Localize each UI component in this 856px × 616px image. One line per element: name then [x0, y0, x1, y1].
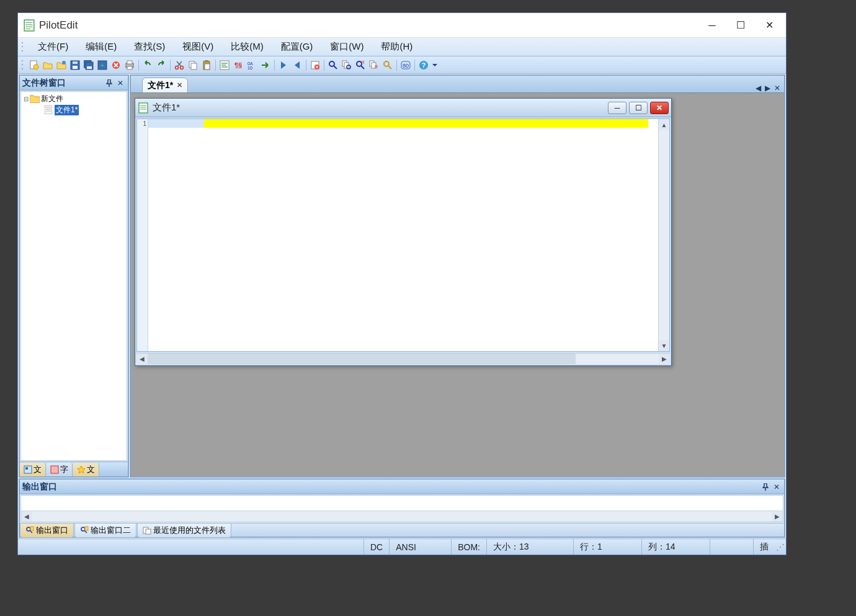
find-regex-icon[interactable] — [381, 59, 394, 71]
goto-icon[interactable] — [259, 59, 272, 71]
sidebar-tab-1[interactable]: 文 — [20, 463, 46, 476]
svg-rect-63 — [146, 529, 151, 534]
find-icon[interactable] — [327, 59, 339, 71]
print-icon[interactable] — [123, 59, 136, 71]
prev-icon[interactable] — [291, 59, 303, 71]
pin-icon[interactable] — [104, 78, 114, 88]
find-files-icon[interactable] — [341, 59, 353, 71]
svg-rect-52 — [25, 467, 28, 470]
child-maximize-button[interactable]: ☐ — [629, 102, 648, 114]
menu-edit[interactable]: 编辑(E) — [77, 38, 125, 55]
line-gutter: 1 — [137, 119, 148, 351]
toolbar-grip[interactable] — [20, 59, 25, 71]
file-tree-header[interactable]: 文件树窗口 ✕ — [20, 76, 128, 91]
svg-rect-59 — [30, 527, 33, 530]
editor-hscroll[interactable]: ◀ ▶ — [136, 353, 670, 364]
output-panel: 输出窗口 ✕ ◀ ▶ 输出窗口 输出窗口二 最近使用的文件列表 — [19, 478, 785, 538]
replace-icon[interactable]: R — [354, 59, 367, 71]
close-file-icon[interactable] — [110, 59, 122, 71]
status-dc[interactable]: DC — [363, 539, 389, 555]
menubar: 文件(F) 编辑(E) 查找(S) 视图(V) 比较(M) 配置(G) 窗口(W… — [18, 38, 786, 56]
redo-icon[interactable] — [155, 59, 167, 71]
minimize-button[interactable]: ─ — [698, 16, 726, 35]
output-tab-2[interactable]: 输出窗口二 — [74, 523, 136, 537]
text-area[interactable] — [148, 119, 658, 351]
output-pin-icon[interactable] — [760, 482, 770, 492]
show-special-icon[interactable]: ¶§ — [232, 59, 244, 71]
document-tab-1[interactable]: 文件1* ✕ — [142, 78, 188, 92]
menu-compare[interactable]: 比较(M) — [222, 38, 272, 55]
copy-icon[interactable] — [187, 59, 199, 71]
editor-vscroll[interactable]: ▲ ▼ — [658, 119, 669, 351]
svg-text:?: ? — [422, 61, 426, 69]
tree-file-1[interactable]: 文件1* — [22, 104, 125, 115]
tab-close-icon[interactable]: ✕ — [177, 81, 182, 89]
output-scroll-right-icon[interactable]: ▶ — [772, 511, 783, 522]
tree-folder-root[interactable]: ⊟ 新文件 — [22, 93, 125, 104]
output-close-icon[interactable]: ✕ — [772, 482, 782, 492]
maximize-button[interactable]: ☐ — [726, 16, 755, 35]
collapse-icon[interactable]: ⊟ — [22, 96, 30, 102]
hscroll-thumb[interactable] — [148, 354, 576, 364]
save-all-icon[interactable] — [82, 59, 95, 71]
current-line-highlight — [148, 119, 648, 128]
svg-rect-26 — [205, 64, 210, 69]
output-tabs: 输出窗口 输出窗口二 最近使用的文件列表 — [20, 523, 784, 537]
sidebar-tab-2[interactable]: 字 — [47, 463, 73, 476]
resize-grip-icon[interactable]: ⋰ — [775, 542, 786, 552]
menu-help[interactable]: 帮助(H) — [372, 38, 421, 55]
help-icon[interactable]: ? — [417, 59, 430, 71]
output-scroll-left-icon[interactable]: ◀ — [21, 511, 32, 522]
sidebar-tab-3[interactable]: 文 — [73, 463, 99, 476]
undo-icon[interactable] — [141, 59, 154, 71]
menu-config[interactable]: 配置(G) — [272, 38, 322, 55]
child-titlebar[interactable]: 文件1* ─ ☐ ✕ — [135, 99, 671, 117]
output-header[interactable]: 输出窗口 ✕ — [20, 480, 784, 494]
replace-files-icon[interactable]: R — [368, 59, 380, 71]
menu-search[interactable]: 查找(S) — [125, 38, 174, 55]
open-icon[interactable] — [42, 59, 54, 71]
svg-point-42 — [384, 61, 389, 66]
paste-icon[interactable] — [200, 59, 213, 71]
mdi-area[interactable]: 文件1* ─ ☐ ✕ 1 ▲ — [131, 93, 784, 476]
status-insert[interactable]: 插 — [753, 539, 775, 555]
menubar-grip[interactable] — [20, 41, 25, 53]
tab-close-all-icon[interactable]: ✕ — [773, 84, 782, 92]
scroll-right-icon[interactable]: ▶ — [659, 354, 670, 364]
output-hscroll[interactable]: ◀ ▶ — [21, 511, 783, 522]
menu-file[interactable]: 文件(F) — [29, 38, 77, 55]
output-tab-3[interactable]: 最近使用的文件列表 — [137, 523, 231, 537]
output-tab-1[interactable]: 输出窗口 — [20, 523, 74, 537]
panel-close-icon[interactable]: ✕ — [115, 78, 125, 88]
status-col[interactable]: 列：14 — [641, 539, 710, 555]
tab-prev-icon[interactable]: ◀ — [754, 84, 762, 92]
save-icon[interactable] — [69, 59, 81, 71]
refresh-icon[interactable] — [309, 59, 321, 71]
menu-view[interactable]: 视图(V) — [174, 38, 222, 55]
child-minimize-button[interactable]: ─ — [608, 102, 626, 114]
status-row[interactable]: 行：1 — [573, 539, 641, 555]
save-as-icon[interactable]: + — [96, 59, 109, 71]
svg-text:0A: 0A — [247, 61, 253, 66]
tab-next-icon[interactable]: ▶ — [764, 84, 772, 92]
status-size[interactable]: 大小：13 — [486, 539, 573, 555]
scroll-down-icon[interactable]: ▼ — [659, 340, 669, 351]
open-remote-icon[interactable] — [55, 59, 68, 71]
next-icon[interactable] — [277, 59, 290, 71]
status-bom[interactable]: BOM: — [451, 539, 486, 555]
dropdown-icon[interactable] — [431, 59, 439, 71]
menu-window[interactable]: 窗口(W) — [321, 38, 372, 55]
cut-icon[interactable] — [173, 59, 185, 71]
status-encoding[interactable]: ANSI — [389, 539, 451, 555]
child-close-button[interactable]: ✕ — [650, 102, 669, 114]
scroll-left-icon[interactable]: ◀ — [136, 354, 148, 364]
close-button[interactable]: ✕ — [755, 16, 783, 35]
file-tree[interactable]: ⊟ 新文件 文件1* — [20, 91, 127, 461]
column-mode-icon[interactable]: 80 — [399, 59, 412, 71]
scroll-up-icon[interactable]: ▲ — [659, 119, 669, 130]
output-body[interactable]: ◀ ▶ — [20, 495, 783, 522]
word-wrap-icon[interactable] — [218, 59, 231, 71]
new-icon[interactable] — [28, 59, 40, 71]
titlebar[interactable]: PilotEdit ─ ☐ ✕ — [18, 13, 786, 38]
sort-icon[interactable]: 0A10 — [246, 59, 258, 71]
